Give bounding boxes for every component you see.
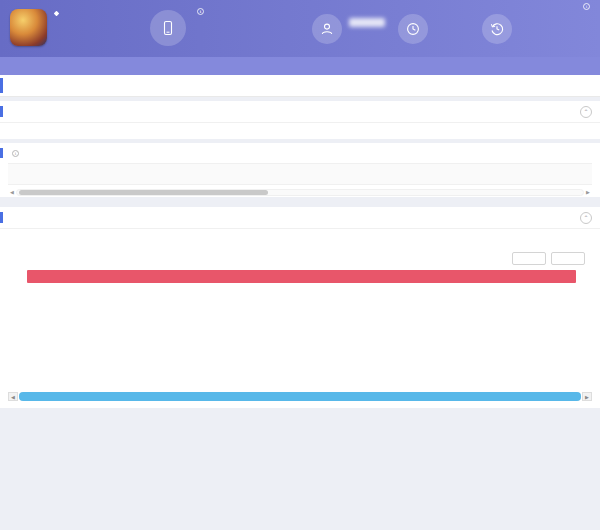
fps-stats-row — [0, 229, 600, 238]
game-app-icon — [10, 9, 47, 46]
device-info-icon[interactable]: i — [197, 8, 204, 15]
labels-header: i — [0, 143, 600, 163]
fps-chart-area — [0, 285, 600, 389]
overview-stats-row — [0, 123, 600, 139]
scroll-left-arrow[interactable]: ◀ — [8, 189, 16, 195]
labels-section: i ◀ ▶ — [0, 143, 600, 197]
user-icon — [320, 22, 334, 36]
report-tabs — [0, 75, 600, 97]
fps-header: ⌃ — [0, 207, 600, 229]
scroll-right-arrow[interactable]: ▶ — [584, 189, 592, 195]
history-clock-icon — [490, 22, 504, 36]
creator-value-masked — [349, 18, 385, 27]
upload-icon-circle — [482, 14, 512, 44]
table-scroll-thumb[interactable] — [19, 190, 268, 195]
chart-scroll-left[interactable]: ◀ — [8, 392, 18, 401]
remark-input-bar[interactable] — [0, 57, 600, 75]
duration-icon-circle — [398, 14, 428, 44]
fps-threshold2-input[interactable] — [551, 252, 585, 265]
chart-label-band[interactable] — [27, 270, 576, 283]
fps-chart-plot[interactable] — [8, 285, 592, 385]
chart-legend — [0, 403, 600, 408]
overview-collapse-button[interactable]: ⌃ — [580, 106, 592, 118]
collect-version-note: i — [583, 3, 592, 10]
overview-header: ⌃ — [0, 101, 600, 123]
info-icon: i — [583, 3, 590, 10]
fps-threshold1-input[interactable] — [512, 252, 546, 265]
clock-icon — [406, 22, 420, 36]
fps-collapse-button[interactable]: ⌃ — [580, 212, 592, 224]
phone-icon — [160, 20, 176, 36]
fps-chart-header — [0, 248, 600, 267]
device-icon-circle — [150, 10, 186, 46]
creator-icon-circle — [312, 14, 342, 44]
labels-info-icon[interactable]: i — [12, 150, 19, 157]
fps-section: ⌃ ◀ ▶ — [0, 207, 600, 408]
android-version-name-row — [54, 11, 65, 16]
overview-section: ⌃ — [0, 101, 600, 139]
chart-scroll-right[interactable]: ▶ — [582, 392, 592, 401]
chart-scroll-thumb[interactable] — [19, 392, 581, 401]
device-model-row: i — [194, 8, 204, 15]
chart-scroll-track[interactable] — [19, 392, 581, 401]
android-icon — [54, 10, 60, 16]
labels-table-header — [8, 163, 592, 185]
labels-table — [8, 163, 592, 185]
fps-stats-extra-row — [0, 238, 600, 248]
report-header: i i — [0, 0, 600, 57]
chart-hscrollbar: ◀ ▶ — [8, 391, 592, 402]
table-hscrollbar: ◀ ▶ — [8, 187, 592, 197]
table-scroll-track[interactable] — [16, 189, 584, 196]
